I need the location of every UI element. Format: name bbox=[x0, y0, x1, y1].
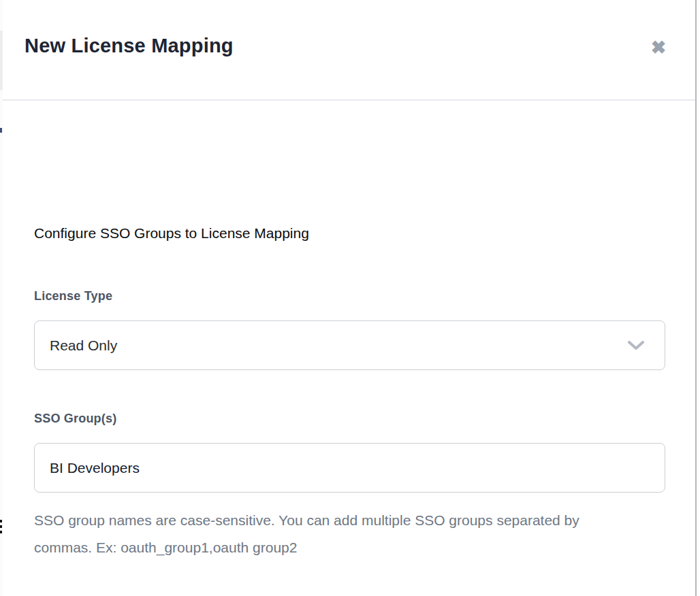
license-type-label: License Type bbox=[34, 289, 112, 303]
new-license-mapping-dialog: New License Mapping ✖ Configure SSO Grou… bbox=[3, 0, 697, 596]
dialog-subtitle: Configure SSO Groups to License Mapping bbox=[34, 225, 309, 242]
background-bullet-fragment bbox=[0, 128, 2, 133]
dialog-header: New License Mapping ✖ bbox=[3, 0, 695, 99]
close-icon: ✖ bbox=[651, 39, 667, 57]
screen: New License Mapping ✖ Configure SSO Grou… bbox=[0, 0, 700, 596]
sso-groups-help-text: SSO group names are case-sensitive. You … bbox=[34, 507, 606, 561]
header-divider bbox=[3, 99, 695, 101]
background-list-icon-fragment bbox=[0, 525, 2, 528]
license-type-selected-value: Read Only bbox=[50, 337, 117, 354]
sso-groups-label: SSO Group(s) bbox=[34, 412, 116, 426]
background-list-icon-fragment bbox=[0, 520, 2, 523]
chevron-down-icon bbox=[628, 341, 644, 350]
dialog-title: New License Mapping bbox=[25, 35, 234, 57]
sso-groups-input[interactable] bbox=[34, 443, 665, 493]
background-list-icon-fragment bbox=[0, 531, 2, 533]
license-type-select[interactable]: Read Only bbox=[34, 320, 665, 370]
close-button[interactable]: ✖ bbox=[646, 35, 671, 60]
